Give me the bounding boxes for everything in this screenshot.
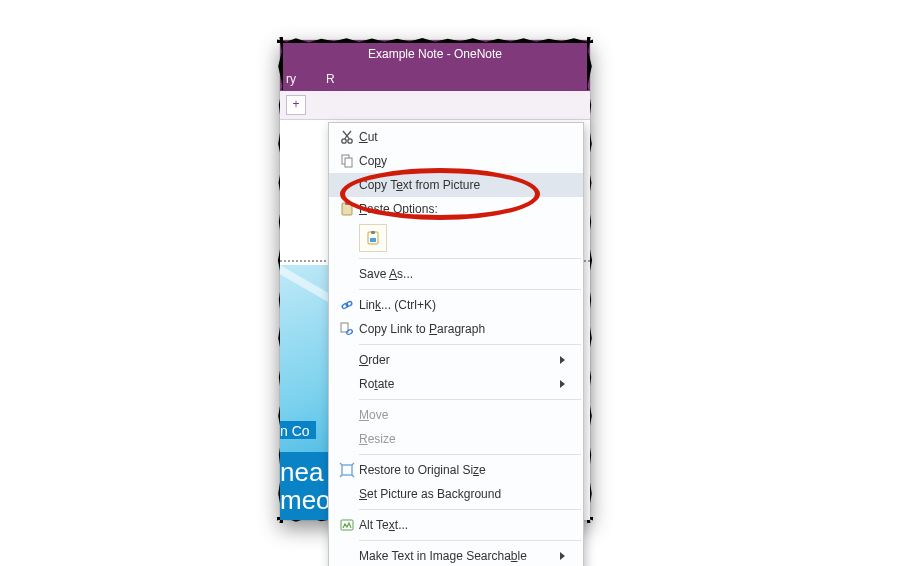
svg-rect-3 [345,158,352,167]
menu-label: Rotate [359,377,560,391]
menu-item-copy-text-from-picture[interactable]: Copy Text from Picture [329,173,583,197]
document-area: + n Co nea meone else Cut Copy [280,90,590,520]
menu-item-save-as[interactable]: Save As... [329,262,583,286]
paste-gallery [329,221,583,255]
title-bar: Example Note - OneNote [280,40,590,68]
menu-label: Copy Link to Paragraph [359,322,565,336]
menu-item-move: Move [329,403,583,427]
menu-item-link[interactable]: Link... (Ctrl+K) [329,293,583,317]
menu-item-restore-original-size[interactable]: Restore to Original Size [329,458,583,482]
menu-label: Save As... [359,267,565,281]
menu-label: Resize [359,432,565,446]
svg-rect-7 [371,231,375,234]
section-tabstrip: + [280,91,590,120]
ribbon-tab-fragment[interactable]: ry [286,72,296,86]
svg-point-0 [342,139,346,143]
svg-rect-14 [341,520,353,530]
menu-label: Set Picture as Background [359,487,565,501]
menu-label: Restore to Original Size [359,463,565,477]
menu-item-copy[interactable]: Copy [329,149,583,173]
menu-label: Copy [359,154,565,168]
menu-item-resize: Resize [329,427,583,451]
window-title: Example Note - OneNote [368,47,502,61]
menu-label: Cut [359,130,565,144]
paste-option-keep-source[interactable] [359,224,387,252]
menu-item-make-text-searchable[interactable]: Make Text in Image Searchable [329,544,583,566]
menu-label: Alt Text... [359,518,565,532]
submenu-arrow-icon [560,380,565,388]
menu-label: Order [359,353,560,367]
copy-link-icon [335,321,359,337]
restore-size-icon [335,462,359,478]
menu-item-alt-text[interactable]: Alt Text... [329,513,583,537]
menu-label: Copy Text from Picture [359,178,565,192]
submenu-arrow-icon [560,356,565,364]
submenu-arrow-icon [560,552,565,560]
alt-text-icon [335,517,359,533]
menu-item-order[interactable]: Order [329,348,583,372]
menu-label: Paste Options: [359,202,565,216]
context-menu: Cut Copy Copy Text from Picture Paste Op… [328,122,584,566]
ribbon: ry R [280,68,590,90]
copy-icon [335,153,359,169]
paste-icon [335,201,359,217]
scissors-icon [335,129,359,145]
menu-item-copy-link-to-paragraph[interactable]: Copy Link to Paragraph [329,317,583,341]
menu-item-rotate[interactable]: Rotate [329,372,583,396]
svg-rect-5 [345,202,349,205]
add-section-button[interactable]: + [286,95,306,115]
picture-text-fragment: n Co [280,421,316,439]
ribbon-tab-fragment[interactable]: R [326,72,335,86]
svg-rect-8 [370,238,376,242]
svg-point-10 [345,301,352,307]
screenshot-window: Example Note - OneNote ry R + n Co nea m… [280,40,590,520]
link-icon [335,297,359,313]
menu-label: Move [359,408,565,422]
svg-rect-13 [342,465,352,475]
menu-label: Link... (Ctrl+K) [359,298,565,312]
svg-point-1 [348,139,352,143]
menu-item-paste-options: Paste Options: [329,197,583,221]
menu-item-set-picture-as-background[interactable]: Set Picture as Background [329,482,583,506]
menu-label: Make Text in Image Searchable [359,549,560,563]
menu-item-cut[interactable]: Cut [329,125,583,149]
